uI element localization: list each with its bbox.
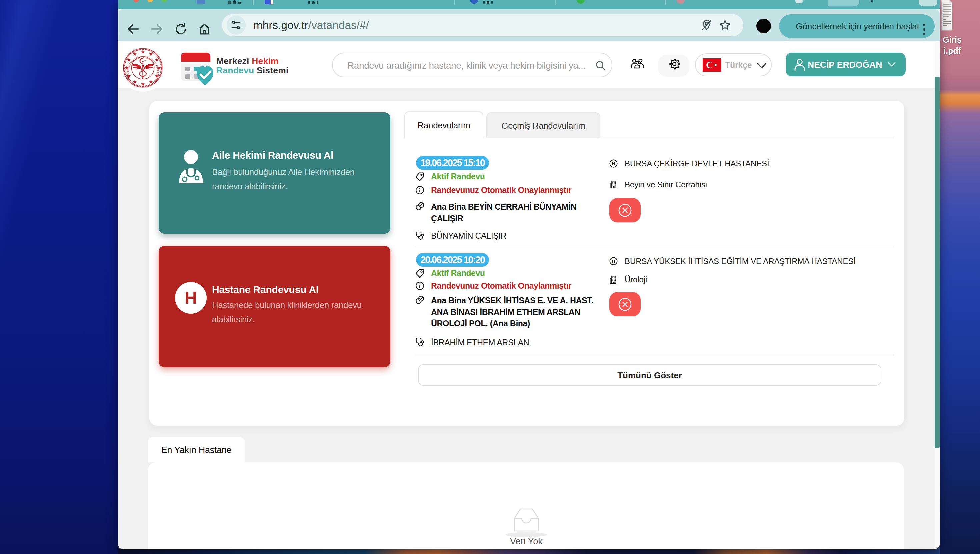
svg-text:H: H [612,161,615,166]
svg-text:H: H [612,259,615,264]
